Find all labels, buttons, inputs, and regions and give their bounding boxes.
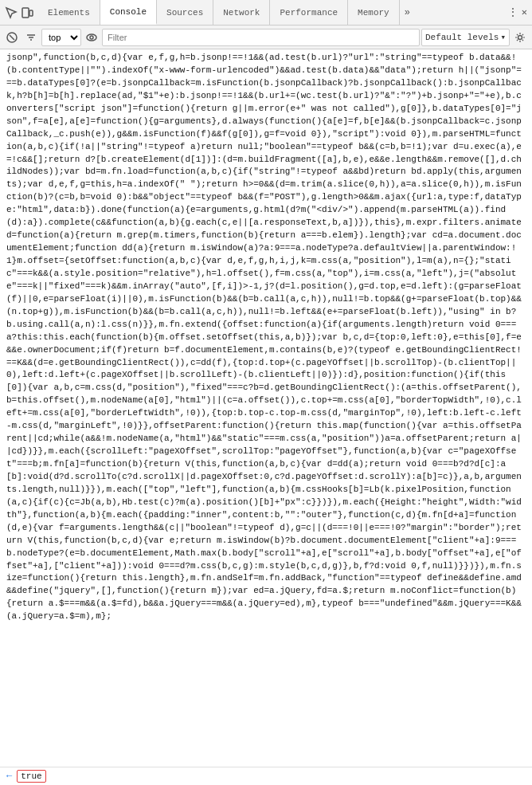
tab-sources[interactable]: Sources [157,0,213,25]
clear-console-button[interactable] [3,29,21,46]
context-selector[interactable]: top [41,29,81,46]
svg-point-8 [90,36,93,39]
tab-bar: Elements Console Sources Network Perform… [0,0,532,26]
log-levels-selector[interactable]: Default levels ▾ [421,29,510,46]
settings-icon[interactable] [511,29,529,46]
eye-icon[interactable] [83,29,100,46]
result-arrow-icon: ← [6,771,12,782]
tab-console[interactable]: Console [100,0,157,25]
svg-line-3 [10,35,14,40]
svg-rect-1 [29,10,33,16]
more-tabs-button[interactable]: » [400,0,415,25]
svg-rect-0 [22,8,29,18]
tab-elements[interactable]: Elements [38,0,100,25]
device-icon[interactable] [21,6,33,19]
filter-input[interactable] [102,29,420,46]
close-devtools-icon[interactable]: ✕ [522,6,527,18]
devtools-icons [0,0,38,25]
filter-icon[interactable] [22,29,40,46]
svg-point-9 [518,35,522,39]
console-result-row: ← true [0,767,532,785]
result-value: true [17,770,45,783]
tab-performance[interactable]: Performance [270,0,348,25]
console-toolbar: top Default levels ▾ [0,26,532,49]
customize-icon[interactable]: ⋮ [507,6,518,19]
tab-bar-end: ⋮ ✕ [503,0,532,25]
console-output[interactable]: jsonp",function(b,c,d){var e,f,g,h=b.jso… [0,49,532,767]
inspect-icon[interactable] [5,6,18,19]
console-content: jsonp",function(b,c,d){var e,f,g,h=b.jso… [0,51,532,624]
svg-point-7 [87,34,96,41]
tab-network[interactable]: Network [213,0,270,25]
tab-memory[interactable]: Memory [348,0,400,25]
